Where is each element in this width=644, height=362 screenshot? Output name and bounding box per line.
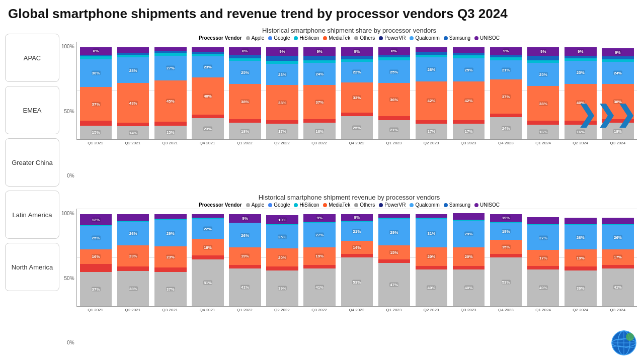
bar-segment [266,120,298,124]
bar-segment: 19% [303,247,335,265]
bar-segment: 29% [154,220,186,246]
bar-segment [416,52,447,54]
bar-segment [416,218,447,219]
bar-segment: 37% [80,87,112,121]
bar-segment: 17% [453,124,485,139]
legend-item-unisoc: UNISOC [474,202,500,208]
bar-segment: 38% [229,84,261,119]
x-label: Q1 2022 [226,141,263,145]
segment-label: 15% [92,130,101,135]
bar-segment [229,119,261,123]
bar-segment: 8% [80,47,112,55]
bar-segment: 21% [341,222,373,241]
segment-label: 37% [92,102,101,106]
bar-segment: 9% [229,214,261,222]
segment-label: 41% [240,285,250,290]
bar-segment: 43% [117,83,149,123]
segment-label: 30% [92,71,101,75]
bar-segment: 38% [117,271,149,306]
bar-segment: 39% [266,270,298,306]
bar-segment: 23% [266,64,298,85]
x-label: Q4 2022 [339,308,375,312]
bar-segment: 19% [490,214,522,222]
bar-group: 41%17%26% [600,214,636,306]
segment-label: 28% [129,68,138,72]
bar-segment [490,254,522,257]
segment-label: 8% [391,49,398,53]
bar-segment: 27% [527,225,559,250]
bar-segment: 26% [565,225,596,249]
revenue-legend: Processor VendorAppleGoogleHiSiliconMedi… [61,202,637,208]
sidebar-item-latin-america[interactable]: Latin America [5,191,59,239]
bar-segment [490,57,522,60]
bar-segment: 40% [453,269,485,306]
sidebar-item-emea[interactable]: EMEA [5,86,59,134]
legend-dot-google [268,36,272,40]
segment-label: 25% [464,67,473,72]
segment-label: 18% [613,129,622,133]
segment-label: 40% [464,286,473,290]
bar-segment: 21% [378,120,410,139]
bar-segment [117,221,149,222]
bar-group: 16%38%25%9% [525,47,561,139]
bar-group: 41%19%26%9% [227,214,263,306]
bar-segment: 33% [341,82,373,113]
bar-segment [565,266,596,270]
navigation-arrows[interactable]: ❯❯❯ [577,101,636,128]
segment-label: 18% [315,129,324,133]
bar-segment: 9% [266,47,298,55]
segment-label: 23% [166,255,175,259]
bar-segment: 25% [378,60,410,83]
bar-segment [602,224,633,225]
x-label: Q2 2022 [264,141,300,145]
bar-segment [378,218,410,219]
x-label: Q1 2021 [77,308,114,312]
segment-label: 40% [427,286,436,290]
y-axis-50-revenue: 50% [64,276,74,281]
bar-segment: 40% [192,77,223,114]
legend-item-samsung: Samsung [444,202,470,208]
segment-label: 37% [315,100,324,104]
legend-dot-apple [246,36,250,40]
segment-label: 9% [540,49,547,54]
bar-segment: 18% [303,123,335,139]
bar-segment: 29% [378,219,410,245]
globe-icon [611,330,637,358]
bar-group: 24%37%21%9% [488,47,524,139]
legend-dot-qualcomm [410,36,414,40]
bar-segment [266,56,298,61]
sidebar-item-greater-china[interactable]: Greater China [5,138,59,187]
bar-segment: 51% [192,259,223,306]
bar-segment: 42% [453,81,485,120]
bar-segment [378,57,410,60]
bar-segment: 29% [453,221,485,247]
bar-segment [378,116,410,120]
bar-segment: 40% [416,269,447,306]
bar-segment [192,255,223,259]
bar-segment: 24% [602,62,633,84]
bar-segment: 37% [80,272,112,306]
segment-label: 9% [354,49,361,54]
bar-segment [565,218,596,224]
bar-segment [416,47,447,52]
legend-item-apple: Apple [246,202,265,208]
bar-segment: 37% [154,272,186,306]
sidebar-item-apac[interactable]: APAC [5,34,59,82]
bar-segment [266,266,298,270]
bar-segment [527,217,559,225]
bar-segment: 37% [303,85,335,119]
x-label: Q3 2023 [450,141,487,145]
bar-segment: 26% [602,225,633,249]
x-label: Q1 2021 [77,141,114,145]
segment-label: 17% [464,129,473,134]
x-label: Q2 2021 [115,308,151,312]
bar-segment [80,55,112,57]
segment-label: 20% [278,255,287,260]
segment-label: 33% [352,95,361,100]
segment-label: 23% [203,126,212,131]
segment-label: 17% [278,129,287,134]
x-label: Q3 2024 [600,141,636,145]
legend-item-qualcomm: Qualcomm [410,202,439,208]
sidebar-item-north-america[interactable]: North America [5,243,59,291]
bar-segment [490,114,522,117]
